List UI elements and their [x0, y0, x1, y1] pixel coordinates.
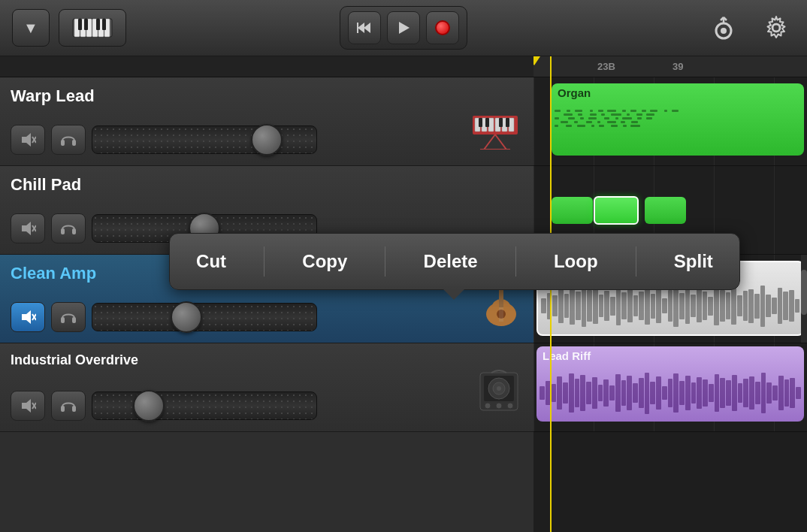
clip-organ[interactable]: Organ [552, 83, 804, 156]
svg-point-18 [772, 24, 780, 32]
clip-audio-wave [541, 283, 799, 328]
svg-marker-38 [22, 222, 31, 235]
svg-marker-56 [22, 399, 31, 413]
headphone-button-chill-pad[interactable] [51, 213, 86, 243]
svg-rect-59 [61, 406, 65, 412]
slider-knob-3[interactable] [171, 301, 202, 333]
svg-rect-22 [61, 140, 65, 146]
headphone-icon-3 [60, 309, 77, 325]
mute-icon-2 [20, 220, 36, 237]
main-content: Warp Lead [0, 56, 807, 532]
slider-knob-4[interactable] [133, 390, 165, 422]
svg-point-66 [485, 403, 491, 409]
clip-chill-selected[interactable] [594, 196, 639, 225]
svg-line-25 [495, 135, 506, 150]
svg-rect-41 [61, 228, 65, 234]
context-menu-loop[interactable]: Loop [539, 245, 613, 278]
track-warp-lead: Warp Lead [0, 77, 533, 166]
context-menu-split[interactable]: Split [659, 245, 728, 278]
svg-rect-42 [72, 228, 76, 234]
slider-dots-4 [92, 392, 316, 419]
svg-marker-12 [358, 23, 364, 33]
svg-rect-47 [72, 317, 76, 323]
track-industrial-overdrive: Industrial Overdrive [0, 343, 533, 432]
track-name-clean-amp: Clean Amp [11, 264, 96, 283]
chevron-down-icon: ▼ [23, 20, 38, 37]
svg-marker-43 [22, 310, 31, 324]
svg-rect-23 [72, 140, 76, 146]
track-name-industrial: Industrial Overdrive [11, 352, 138, 368]
svg-rect-8 [84, 19, 88, 30]
mute-icon [20, 131, 36, 148]
timeline-marker-39: 39 [672, 61, 683, 72]
loop-button[interactable] [705, 9, 742, 47]
svg-rect-9 [96, 19, 100, 30]
toolbar-right [705, 9, 795, 47]
track-controls-clean-amp [11, 302, 317, 332]
headphone-icon-4 [60, 397, 77, 414]
svg-marker-19 [22, 133, 31, 147]
settings-button[interactable] [757, 9, 795, 47]
headphone-button-industrial[interactable] [51, 391, 86, 421]
clip-midi-notes [555, 110, 801, 151]
context-menu-divider-3 [515, 246, 516, 277]
timeline-content: Organ [533, 77, 807, 532]
svg-point-67 [496, 403, 502, 409]
svg-rect-60 [72, 406, 76, 412]
svg-line-24 [484, 135, 495, 150]
clip-chill-2[interactable] [645, 197, 686, 224]
timeline-scrollbar[interactable] [801, 255, 807, 343]
context-menu-divider-2 [385, 246, 385, 277]
svg-marker-14 [399, 22, 410, 34]
mute-icon-3 [20, 309, 36, 325]
context-menu-arrow [443, 289, 464, 300]
scrollbar-thumb[interactable] [801, 270, 807, 315]
volume-slider-industrial[interactable] [92, 391, 317, 420]
headphone-button-warp-lead[interactable] [51, 125, 86, 155]
keyboard-icon [71, 17, 113, 38]
timeline-panel: 23B 39 Organ [533, 56, 807, 532]
instrument-icon-industrial [476, 367, 521, 424]
svg-rect-35 [485, 118, 489, 127]
mute-button-warp-lead[interactable] [11, 125, 45, 155]
clip-audio-wave-purple [540, 370, 801, 416]
context-menu-divider-1 [264, 246, 264, 277]
record-button[interactable] [426, 11, 459, 44]
playhead-line [550, 56, 552, 532]
track-name-warp-lead: Warp Lead [11, 86, 95, 106]
mute-button-clean-amp[interactable] [11, 302, 45, 332]
svg-point-65 [497, 386, 501, 391]
loop-icon [710, 14, 737, 41]
track-name-chill-pad: Chill Pad [11, 175, 81, 195]
headphone-icon [60, 131, 77, 148]
timeline-header: 23B 39 [533, 56, 807, 77]
keyboard-button[interactable] [59, 9, 126, 47]
context-menu-cut[interactable]: Cut [181, 245, 241, 278]
toolbar: ▼ [0, 0, 807, 56]
volume-slider-warp-lead[interactable] [92, 125, 317, 154]
timeline-row-warp-lead: Organ [533, 77, 807, 166]
slider-dots-3 [92, 304, 316, 331]
play-icon [396, 20, 411, 35]
svg-rect-36 [499, 118, 503, 127]
svg-rect-13 [357, 23, 358, 33]
headphone-button-clean-amp[interactable] [51, 302, 86, 332]
rewind-button[interactable] [348, 11, 381, 44]
volume-slider-clean-amp[interactable] [92, 303, 317, 331]
context-menu-copy[interactable]: Copy [287, 245, 362, 278]
playhead-triangle [533, 56, 540, 65]
context-menu-delete[interactable]: Delete [409, 245, 493, 278]
headphone-icon-2 [60, 220, 77, 237]
play-button[interactable] [387, 11, 420, 44]
record-icon [435, 20, 450, 35]
transport-group [340, 6, 467, 50]
svg-rect-10 [102, 19, 106, 30]
mute-icon-4 [20, 397, 36, 414]
slider-knob[interactable] [251, 124, 283, 156]
svg-rect-33 [509, 118, 514, 131]
mute-button-chill-pad[interactable] [11, 213, 45, 243]
dropdown-button[interactable]: ▼ [12, 9, 50, 47]
clip-chill-1[interactable] [552, 197, 593, 224]
mute-button-industrial[interactable] [11, 391, 45, 421]
clip-lead-riff[interactable]: Lead Riff [536, 346, 804, 422]
